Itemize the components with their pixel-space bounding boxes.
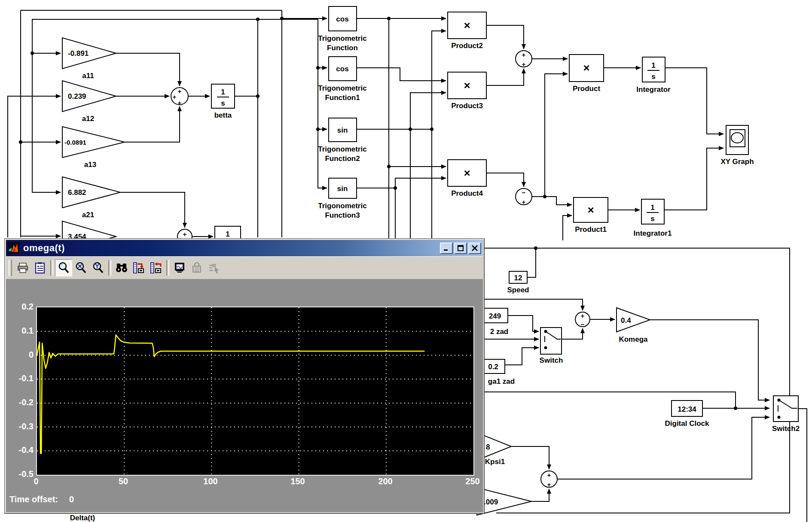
gain-a13-label: a13	[84, 161, 96, 169]
gain-a21-value: 6.882	[68, 188, 86, 197]
sum-sign: +	[178, 99, 182, 106]
constant-249-label: 2 zad	[490, 328, 509, 336]
trig-label: Trigonometric	[318, 202, 366, 210]
toolbar-separator	[108, 260, 111, 276]
gain-a21-label: a21	[82, 211, 94, 219]
minimize-icon	[443, 245, 450, 251]
parameters-button[interactable]	[31, 259, 49, 276]
y-tick-label: -0.3	[11, 421, 34, 432]
switch2-block[interactable]: Switch2	[772, 396, 800, 433]
gain-a12[interactable]: 0.239 a12	[62, 81, 116, 123]
signal-selection-icon	[208, 262, 220, 274]
trig-function2[interactable]: sin Trigonometric Function2	[318, 118, 366, 163]
maximize-button[interactable]	[454, 243, 467, 254]
integrator-betta-label: betta	[214, 111, 232, 119]
sum-sign: +	[183, 231, 187, 238]
y-tick-label: 0.2	[11, 301, 34, 312]
switch2-label: Switch2	[772, 425, 800, 433]
sum-b[interactable]: − +	[516, 188, 532, 206]
product-block[interactable]: × Product	[569, 55, 604, 93]
constant-02[interactable]: 0.2 ga1 zad	[480, 359, 515, 385]
gain-a11-value: -0.891	[68, 49, 89, 58]
x-tick-label: 250	[455, 476, 490, 486]
digital-clock-value: 12:34	[678, 405, 696, 413]
times-sign: ×	[583, 61, 589, 74]
minimize-button[interactable]	[440, 243, 453, 254]
restore-axes-button[interactable]	[147, 259, 165, 276]
digital-clock-block[interactable]: 12:34 Digital Clock	[665, 401, 710, 428]
matlab-icon	[8, 242, 20, 254]
gain-a13[interactable]: -0.0891 a13	[62, 127, 125, 169]
product2-block[interactable]: × Product2	[448, 12, 486, 50]
product4-block[interactable]: × Product4	[448, 160, 486, 197]
parameters-icon	[34, 262, 46, 274]
trig-label: Trigonometric	[318, 145, 366, 153]
window-title: omega(t)	[23, 243, 439, 254]
autoscale-button[interactable]	[113, 259, 130, 276]
scope-titlebar[interactable]: omega(t)	[6, 240, 483, 256]
gain-a11-label: a11	[82, 72, 94, 80]
trig-fn: cos	[336, 15, 348, 23]
zoom-icon	[57, 261, 70, 274]
sum-d[interactable]: + +	[541, 471, 557, 488]
signal-selection-button[interactable]	[205, 259, 223, 276]
gain-kpsi1-label: Kpsi1	[485, 458, 505, 466]
xy-graph-block[interactable]: XY Graph	[720, 125, 754, 166]
zoom-x-button[interactable]	[72, 259, 89, 276]
scope-plot-canvas	[37, 307, 473, 475]
switch-block[interactable]: Switch	[540, 328, 563, 364]
integrator-block[interactable]: 1 s Integrator	[636, 57, 671, 94]
close-button[interactable]	[468, 243, 481, 254]
scope-plot-area[interactable]	[36, 307, 474, 476]
sum-sign: +	[178, 88, 182, 95]
close-icon	[471, 245, 478, 251]
trig-function1[interactable]: cos Trigonometric Function1	[318, 57, 366, 102]
sum-sign: −	[522, 189, 526, 196]
gain-a11[interactable]: -0.891 a11	[62, 38, 116, 80]
lock-axes-button[interactable]	[188, 259, 205, 276]
floating-scope-button[interactable]	[171, 259, 188, 276]
gain-a21[interactable]: 6.882 a21	[62, 177, 120, 219]
gain-a12-value: 0.239	[68, 92, 86, 100]
trig-function[interactable]: cos Trigonometric Function	[318, 6, 366, 52]
integrator-label: Integrator	[636, 85, 671, 94]
x-tick-label: 50	[106, 476, 140, 486]
save-axes-button[interactable]	[130, 259, 147, 276]
speed-constant[interactable]: 12 Speed	[507, 271, 529, 294]
sum-sign: +	[173, 93, 177, 100]
trig-function3[interactable]: sin Trigonometric Function3	[318, 178, 366, 219]
times-sign: ×	[464, 167, 470, 179]
integrator1-label: Integrator1	[634, 229, 672, 237]
trig-label: Function	[327, 44, 358, 52]
y-tick-label: 0.1	[11, 325, 34, 336]
sum-betta[interactable]: + + +	[171, 88, 188, 106]
integrator-betta[interactable]: 1 s betta	[211, 84, 235, 119]
x-tick-label: 100	[193, 476, 228, 486]
sum-c[interactable]: + −	[575, 312, 590, 328]
product1-block[interactable]: × Product1	[574, 197, 608, 234]
trig-fn: sin	[337, 126, 348, 134]
delta-label: Delta(t)	[70, 514, 95, 522]
print-button[interactable]	[14, 259, 31, 276]
sum-a[interactable]: + +	[516, 51, 532, 68]
zoom-y-button[interactable]	[89, 259, 107, 276]
xy-graph-label: XY Graph	[720, 158, 754, 166]
gain-009[interactable]: .009	[477, 488, 531, 515]
save-axes-icon	[132, 261, 145, 274]
digital-clock-label: Digital Clock	[665, 419, 710, 428]
trig-label: Trigonometric	[318, 34, 366, 42]
zoom-button[interactable]	[55, 259, 72, 276]
maximize-icon	[457, 245, 464, 251]
autoscale-binoculars-icon	[115, 261, 128, 274]
product4-label: Product4	[451, 189, 483, 197]
speed-value: 12	[514, 274, 522, 282]
integrator1-block[interactable]: 1 s Integrator1	[634, 199, 672, 237]
gain-komega-label: Komega	[619, 335, 648, 343]
sum-sign: +	[547, 471, 551, 479]
product3-block[interactable]: × Product3	[448, 72, 486, 110]
gain-komega-value: 0.4	[621, 316, 631, 325]
fraction-numerator: 1	[221, 88, 225, 96]
toolbar-grip[interactable]	[9, 260, 12, 276]
x-tick-label: 200	[368, 476, 403, 486]
gain-komega[interactable]: 0.4 Komega	[617, 308, 650, 343]
